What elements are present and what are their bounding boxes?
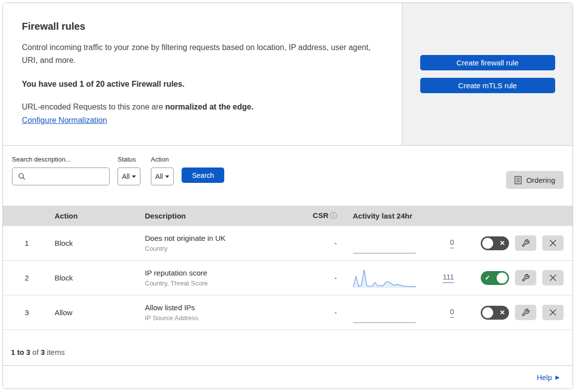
rule-activity-cell: 0 xyxy=(343,302,467,324)
search-input[interactable] xyxy=(26,172,116,180)
rule-csr: - xyxy=(306,239,343,247)
create-firewall-rule-button[interactable]: Create firewall rule xyxy=(420,55,555,70)
header-csr: CSRⓘ xyxy=(306,211,343,221)
help-bar: Help ▶ xyxy=(3,366,573,389)
action-filter-group: Action All xyxy=(151,156,174,185)
arrow-right-icon: ▶ xyxy=(556,374,560,381)
rule-fields: IP Source Address xyxy=(145,314,306,322)
rule-fields: Country, Threat Score xyxy=(145,280,306,287)
header-description: Description xyxy=(145,212,306,220)
pagination-summary: 1 to 3 of 3 items xyxy=(3,330,573,366)
activity-count-link[interactable]: 0 xyxy=(450,307,454,318)
delete-rule-button[interactable] xyxy=(542,305,564,320)
rule-fields: Country xyxy=(145,245,306,252)
summary-of: of xyxy=(32,348,39,356)
header-csr-label: CSR xyxy=(313,211,328,220)
rule-enabled-toggle[interactable]: ✕ xyxy=(481,306,509,320)
search-label: Search description... xyxy=(12,156,110,163)
delete-rule-button[interactable] xyxy=(542,235,564,251)
status-filter-group: Status All xyxy=(118,156,140,185)
cta-panel: Create firewall rule Create mTLS rule xyxy=(402,3,573,145)
table-row: 1 Block Does not originate in UK Country… xyxy=(3,226,573,261)
rule-activity-cell: 111 xyxy=(343,267,467,289)
activity-sparkline xyxy=(353,302,417,324)
rule-description: Does not originate in UK xyxy=(145,234,306,242)
close-icon xyxy=(549,239,557,247)
delete-rule-button[interactable] xyxy=(542,270,564,285)
rule-controls: ✕ xyxy=(467,235,573,251)
activity-sparkline xyxy=(353,267,417,289)
ordering-button[interactable]: Ordering xyxy=(506,171,564,189)
configure-normalization-link[interactable]: Configure Normalization xyxy=(22,116,107,124)
status-label: Status xyxy=(118,156,140,163)
table-header: Action Description CSRⓘ Activity last 24… xyxy=(3,206,573,226)
search-input-wrapper xyxy=(12,168,110,185)
summary-total: 3 xyxy=(41,348,45,356)
wrench-icon xyxy=(521,308,530,317)
rule-action: Block xyxy=(51,239,145,247)
chevron-down-icon xyxy=(165,175,169,178)
wrench-icon xyxy=(521,239,530,247)
close-icon xyxy=(549,309,557,316)
rule-description-cell: IP reputation score Country, Threat Scor… xyxy=(145,269,306,287)
edit-rule-button[interactable] xyxy=(515,305,536,320)
intro-panel: Firewall rules Control incoming traffic … xyxy=(3,3,402,145)
action-select-value: All xyxy=(155,172,163,180)
chevron-down-icon xyxy=(132,175,136,178)
filter-section: Search description... Status All Action xyxy=(3,146,573,206)
summary-range-end: 3 xyxy=(26,348,30,356)
rule-description: Allow listed IPs xyxy=(145,303,306,312)
action-select[interactable]: All xyxy=(151,168,174,185)
summary-range-start: 1 to xyxy=(11,348,24,356)
normalization-statement: URL-encoded Requests to this zone are no… xyxy=(22,103,383,112)
header-action: Action xyxy=(51,212,145,220)
normalization-prefix: URL-encoded Requests to this zone are xyxy=(22,103,165,111)
create-mtls-rule-button[interactable]: Create mTLS rule xyxy=(420,78,555,93)
rule-action: Block xyxy=(51,274,145,282)
rule-controls: ✓ xyxy=(467,270,573,285)
activity-count-link[interactable]: 111 xyxy=(443,273,454,283)
table-row: 2 Block IP reputation score Country, Thr… xyxy=(3,261,573,295)
rule-csr: - xyxy=(306,274,343,282)
top-section: Firewall rules Control incoming traffic … xyxy=(3,3,573,146)
rule-description-cell: Allow listed IPs IP Source Address xyxy=(145,303,306,322)
header-activity: Activity last 24hr xyxy=(343,212,467,220)
firewall-rules-card: Firewall rules Control incoming traffic … xyxy=(2,2,573,389)
rule-description: IP reputation score xyxy=(145,269,306,277)
summary-items: items xyxy=(47,348,65,356)
rule-number: 3 xyxy=(3,308,51,317)
ordering-button-label: Ordering xyxy=(526,176,555,184)
activity-sparkline xyxy=(353,232,417,254)
rule-activity-cell: 0 xyxy=(343,232,467,254)
page-title: Firewall rules xyxy=(22,21,383,32)
edit-rule-button[interactable] xyxy=(515,235,536,251)
rule-controls: ✕ xyxy=(467,305,573,320)
help-link[interactable]: Help ▶ xyxy=(537,373,560,382)
search-group: Search description... xyxy=(12,156,110,185)
wrench-icon xyxy=(521,274,530,282)
rule-enabled-toggle[interactable]: ✓ xyxy=(481,271,509,285)
info-icon[interactable]: ⓘ xyxy=(330,212,337,220)
search-icon xyxy=(18,172,26,180)
normalization-bold: normalized at the edge. xyxy=(165,103,254,111)
edit-rule-button[interactable] xyxy=(515,270,536,285)
rule-csr: - xyxy=(306,308,343,317)
usage-statement: You have used 1 of 20 active Firewall ru… xyxy=(22,80,383,89)
rule-number: 2 xyxy=(3,274,51,282)
rule-action: Allow xyxy=(51,308,145,317)
rule-number: 1 xyxy=(3,239,51,247)
activity-count-link[interactable]: 0 xyxy=(450,238,454,248)
status-select[interactable]: All xyxy=(118,168,140,185)
rule-description-cell: Does not originate in UK Country xyxy=(145,234,306,252)
status-select-value: All xyxy=(122,172,130,180)
rule-enabled-toggle[interactable]: ✕ xyxy=(481,236,509,250)
help-link-label: Help xyxy=(537,373,552,382)
ordering-list-icon xyxy=(514,176,522,184)
page-description: Control incoming traffic to your zone by… xyxy=(22,41,379,67)
search-button[interactable]: Search xyxy=(182,168,224,183)
action-label: Action xyxy=(151,156,174,163)
close-icon xyxy=(549,274,557,281)
table-row: 3 Allow Allow listed IPs IP Source Addre… xyxy=(3,295,573,330)
